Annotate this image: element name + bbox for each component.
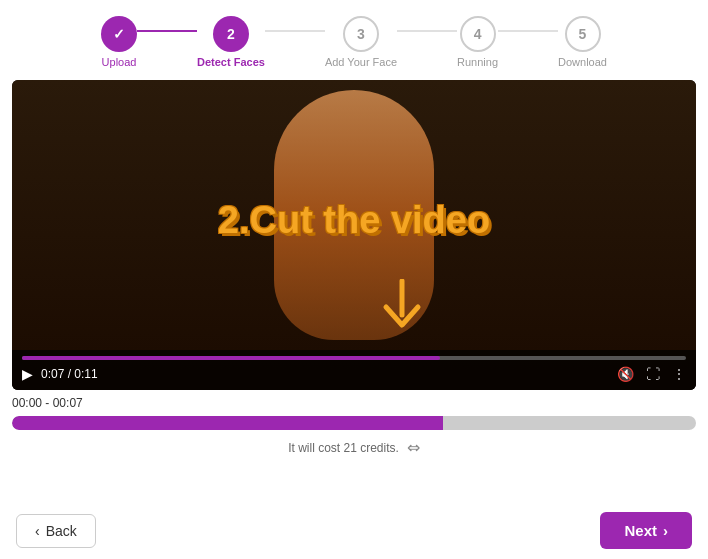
timeline-bar-fill <box>12 416 443 430</box>
stepper: ✓ Upload 2 Detect Faces 3 Add Your Face … <box>0 0 708 80</box>
controls-row: ▶ 0:07 / 0:11 🔇 ⛶ ⋮ <box>22 366 686 382</box>
step-running: 4 Running <box>457 16 498 68</box>
time-display: 0:07 / 0:11 <box>41 367 98 381</box>
step-circle-upload: ✓ <box>101 16 137 52</box>
step-label-add: Add Your Face <box>325 56 397 68</box>
connector-3-4 <box>397 30 457 32</box>
timeline-bar[interactable] <box>12 416 696 430</box>
time-range-label: 00:00 - 00:07 <box>12 396 696 410</box>
controls-right: 🔇 ⛶ ⋮ <box>617 366 686 382</box>
expand-icon[interactable]: ⇔ <box>407 438 420 457</box>
step-add-face: 3 Add Your Face <box>325 16 397 68</box>
controls-left: ▶ 0:07 / 0:11 <box>22 366 98 382</box>
video-overlay-text: 2.Cut the video <box>218 198 490 241</box>
next-button[interactable]: Next › <box>600 512 692 549</box>
back-button[interactable]: ‹ Back <box>16 514 96 548</box>
video-frame: 2.Cut the video <box>12 80 696 390</box>
step-circle-download: 5 <box>565 16 601 52</box>
arrow-down-icon <box>380 279 424 342</box>
connector-2-3 <box>265 30 325 32</box>
step-detect-faces: 2 Detect Faces <box>197 16 265 68</box>
step-label-upload: Upload <box>102 56 137 68</box>
bottom-nav: ‹ Back Next › <box>0 502 708 559</box>
timeline-section: 00:00 - 00:07 <box>0 390 708 434</box>
video-container: 2.Cut the video ▶ 0:07 / 0:11 🔇 ⛶ ⋮ <box>12 80 696 390</box>
more-options-icon[interactable]: ⋮ <box>672 366 686 382</box>
step-label-download: Download <box>558 56 607 68</box>
volume-icon[interactable]: 🔇 <box>617 366 634 382</box>
step-label-detect: Detect Faces <box>197 56 265 68</box>
step-circle-add: 3 <box>343 16 379 52</box>
step-circle-detect: 2 <box>213 16 249 52</box>
back-label: Back <box>46 523 77 539</box>
video-controls-bar: ▶ 0:07 / 0:11 🔇 ⛶ ⋮ <box>12 350 696 390</box>
next-chevron-icon: › <box>663 522 668 539</box>
video-progress-fill <box>22 356 440 360</box>
step-download: 5 Download <box>558 16 607 68</box>
play-button[interactable]: ▶ <box>22 366 33 382</box>
next-label: Next <box>624 522 657 539</box>
connector-4-5 <box>498 30 558 32</box>
fullscreen-icon[interactable]: ⛶ <box>646 366 660 382</box>
step-upload: ✓ Upload <box>101 16 137 68</box>
step-circle-running: 4 <box>460 16 496 52</box>
credits-text: It will cost 21 credits. <box>288 441 399 455</box>
connector-1-2 <box>137 30 197 32</box>
step-label-running: Running <box>457 56 498 68</box>
back-chevron-icon: ‹ <box>35 523 40 539</box>
credits-row: It will cost 21 credits. ⇔ <box>0 434 708 459</box>
video-progress-bar[interactable] <box>22 356 686 360</box>
